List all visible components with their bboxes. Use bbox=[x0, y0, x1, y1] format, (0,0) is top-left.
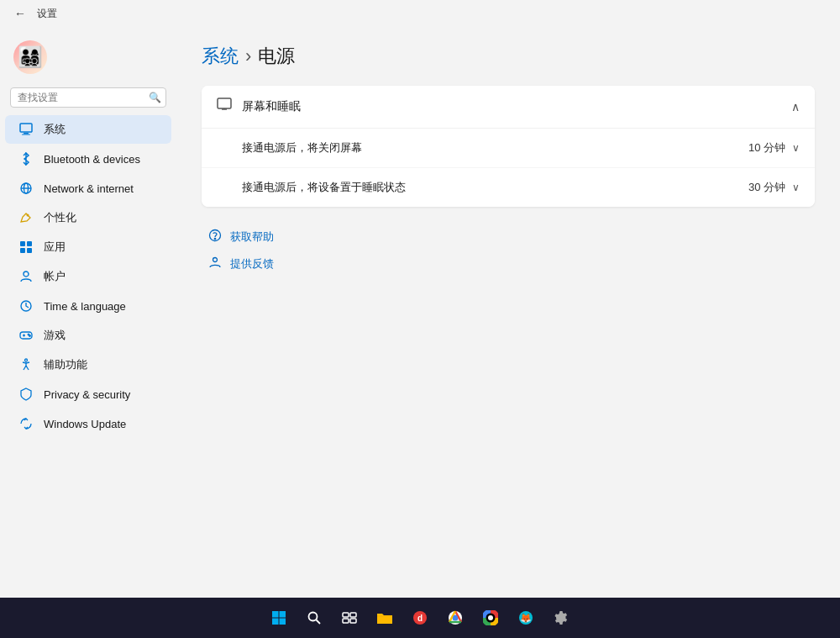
back-icon: ← bbox=[14, 7, 26, 20]
search-box[interactable]: 🔍 bbox=[10, 87, 166, 108]
start-button[interactable] bbox=[264, 603, 294, 633]
system-icon bbox=[18, 122, 34, 137]
accessibility-icon bbox=[18, 357, 34, 372]
svg-text:d: d bbox=[417, 614, 423, 623]
svg-point-44 bbox=[488, 615, 493, 620]
feedback-icon bbox=[208, 256, 222, 272]
sidebar-label-personalization: 个性化 bbox=[44, 210, 76, 225]
svg-rect-34 bbox=[350, 613, 356, 617]
svg-rect-10 bbox=[27, 248, 32, 253]
search-input[interactable] bbox=[18, 92, 144, 103]
help-icon bbox=[208, 229, 222, 245]
sidebar-item-network[interactable]: Network & internet bbox=[5, 174, 171, 203]
card-header-left: 屏幕和睡眠 bbox=[217, 98, 301, 116]
svg-rect-35 bbox=[343, 619, 349, 623]
content-inner: 系统 › 电源 bbox=[202, 44, 815, 277]
breadcrumb-parent: 系统 bbox=[202, 44, 239, 69]
sleep-time: 30 分钟 bbox=[748, 180, 785, 195]
taskbar-app-1[interactable]: d bbox=[405, 603, 435, 633]
svg-point-6 bbox=[27, 214, 29, 217]
svg-rect-9 bbox=[20, 248, 25, 253]
gaming-icon bbox=[18, 328, 34, 343]
sidebar-item-windows-update[interactable]: Windows Update bbox=[5, 409, 171, 438]
svg-point-11 bbox=[24, 272, 29, 277]
svg-rect-27 bbox=[272, 611, 279, 618]
apps-icon bbox=[18, 240, 34, 255]
svg-rect-2 bbox=[22, 134, 30, 135]
sidebar-item-time[interactable]: Time & language bbox=[5, 292, 171, 320]
taskbar: d bbox=[0, 598, 840, 638]
get-help-label: 获取帮助 bbox=[230, 229, 274, 245]
svg-point-31 bbox=[309, 613, 318, 621]
svg-point-17 bbox=[29, 335, 31, 337]
breadcrumb-current: 电源 bbox=[258, 44, 295, 69]
time-icon bbox=[18, 298, 34, 314]
svg-rect-30 bbox=[280, 619, 286, 625]
svg-rect-29 bbox=[272, 619, 279, 625]
breadcrumb: 系统 › 电源 bbox=[202, 44, 815, 69]
sleep-value[interactable]: 30 分钟 ∨ bbox=[748, 180, 800, 195]
taskbar-chrome[interactable] bbox=[440, 603, 470, 633]
taskbar-search[interactable] bbox=[299, 603, 329, 633]
feedback-link[interactable]: 提供反馈 bbox=[205, 250, 811, 277]
links-section: 获取帮助 提供反馈 bbox=[202, 224, 815, 277]
svg-rect-1 bbox=[24, 133, 29, 134]
svg-rect-19 bbox=[218, 98, 231, 108]
sidebar-item-accounts[interactable]: 帐户 bbox=[5, 262, 171, 291]
screen-off-time: 10 分钟 bbox=[748, 140, 785, 156]
network-icon bbox=[18, 181, 34, 196]
feedback-label: 提供反馈 bbox=[230, 256, 274, 272]
sidebar-item-privacy[interactable]: Privacy & security bbox=[5, 380, 171, 409]
sidebar-label-system: 系统 bbox=[44, 122, 66, 137]
top-bar: ← 设置 bbox=[0, 0, 840, 27]
screen-off-value[interactable]: 10 分钟 ∨ bbox=[748, 140, 800, 156]
windows-update-icon bbox=[18, 416, 34, 431]
nav-list: 系统 Bluetooth & devices Network & interne… bbox=[0, 114, 176, 439]
red-arrow-annotation bbox=[802, 134, 815, 162]
sidebar-item-accessibility[interactable]: 辅助功能 bbox=[5, 351, 171, 379]
svg-rect-8 bbox=[27, 241, 32, 246]
sidebar-item-system[interactable]: 系统 bbox=[5, 115, 171, 144]
sidebar-item-gaming[interactable]: 游戏 bbox=[5, 321, 171, 350]
sidebar-item-apps[interactable]: 应用 bbox=[5, 233, 171, 261]
window-title: 设置 bbox=[37, 7, 57, 21]
dropdown-chevron-icon: ∨ bbox=[792, 142, 800, 154]
svg-rect-33 bbox=[343, 613, 349, 617]
taskbar-settings[interactable] bbox=[546, 603, 576, 633]
avatar-emoji: 👨‍👩‍👧‍👦 bbox=[18, 45, 43, 69]
breadcrumb-separator: › bbox=[245, 45, 251, 67]
svg-point-41 bbox=[453, 615, 458, 620]
taskbar-app-2[interactable] bbox=[475, 603, 506, 633]
personalization-icon bbox=[18, 210, 34, 225]
screen-sleep-header[interactable]: 屏幕和睡眠 ∧ bbox=[202, 86, 815, 129]
privacy-icon bbox=[18, 387, 34, 402]
svg-point-18 bbox=[25, 359, 28, 361]
svg-point-25 bbox=[214, 238, 215, 239]
svg-rect-36 bbox=[350, 619, 356, 623]
monitor-icon bbox=[217, 98, 232, 116]
taskbar-task-view[interactable] bbox=[334, 603, 365, 633]
sidebar-label-accessibility: 辅助功能 bbox=[44, 357, 87, 372]
sidebar-item-bluetooth[interactable]: Bluetooth & devices bbox=[5, 145, 171, 173]
sidebar-label-gaming: 游戏 bbox=[44, 328, 66, 343]
taskbar-file-explorer[interactable] bbox=[370, 603, 400, 633]
sidebar-label-privacy: Privacy & security bbox=[44, 388, 130, 401]
svg-text:🦊: 🦊 bbox=[520, 612, 532, 624]
sidebar-label-network: Network & internet bbox=[44, 182, 134, 195]
accounts-icon bbox=[18, 269, 34, 284]
svg-rect-7 bbox=[20, 241, 25, 246]
sidebar-label-time: Time & language bbox=[44, 300, 126, 313]
get-help-link[interactable]: 获取帮助 bbox=[205, 224, 811, 250]
user-avatar-section: 👨‍👩‍👧‍👦 bbox=[0, 34, 176, 87]
taskbar-app-3[interactable]: 🦊 bbox=[511, 603, 541, 633]
taskbar-icons: d bbox=[264, 603, 576, 633]
sleep-row: 接通电源后，将设备置于睡眠状态 30 分钟 ∨ bbox=[202, 168, 815, 207]
sidebar: 👨‍👩‍👧‍👦 🔍 系统 Bluetooth & devices bbox=[0, 27, 176, 598]
card-header-label: 屏幕和睡眠 bbox=[242, 99, 301, 114]
back-button[interactable]: ← bbox=[10, 3, 30, 24]
bluetooth-icon bbox=[18, 151, 34, 166]
screen-off-row: 接通电源后，将关闭屏幕 10 分钟 ∨ bbox=[202, 129, 815, 168]
main-layout: 👨‍👩‍👧‍👦 🔍 系统 Bluetooth & devices bbox=[0, 27, 840, 598]
sidebar-item-personalization[interactable]: 个性化 bbox=[5, 203, 171, 232]
power-settings-card: 屏幕和睡眠 ∧ 接通电源后，将关闭屏幕 10 分钟 ∨ bbox=[202, 86, 815, 207]
